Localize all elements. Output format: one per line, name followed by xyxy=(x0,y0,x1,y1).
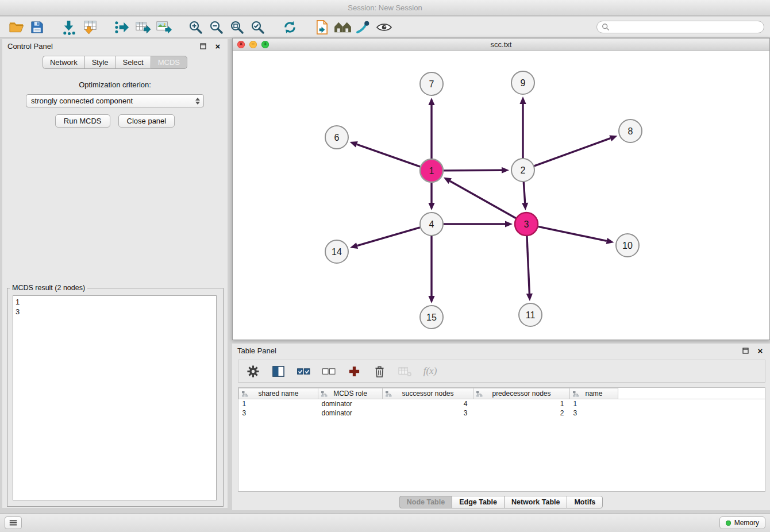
network-node-3[interactable]: 3 xyxy=(515,213,538,236)
show-panels-menu-button[interactable] xyxy=(5,516,22,529)
network-node-10[interactable]: 10 xyxy=(616,234,639,257)
close-table-panel-button[interactable]: × xyxy=(756,346,765,355)
apply-style-button[interactable] xyxy=(353,18,374,36)
window-close-button[interactable]: × xyxy=(237,41,245,48)
select-all-columns-button[interactable] xyxy=(296,363,311,379)
table-tab-motifs[interactable]: Motifs xyxy=(567,496,603,508)
window-minimize-button[interactable]: − xyxy=(249,41,257,48)
network-edge-2-3[interactable] xyxy=(522,182,528,210)
import-table-button[interactable] xyxy=(79,18,100,36)
criterion-dropdown[interactable]: strongly connected component xyxy=(26,94,204,107)
search-box[interactable] xyxy=(596,21,764,33)
delete-column-button[interactable] xyxy=(372,363,387,379)
table-tab-network-table[interactable]: Network Table xyxy=(504,496,567,508)
table-cell[interactable]: 2 xyxy=(473,408,570,418)
export-network-button[interactable] xyxy=(111,18,132,36)
float-table-panel-button[interactable] xyxy=(741,346,750,355)
network-node-1[interactable]: 1 xyxy=(420,159,443,182)
zoom-selected-button[interactable] xyxy=(247,18,268,36)
control-tab-select[interactable]: Select xyxy=(116,56,151,69)
window-zoom-button[interactable]: + xyxy=(261,41,269,48)
column-header-shared-name[interactable]: shared name xyxy=(239,388,318,399)
duplicate-network-button[interactable] xyxy=(311,18,332,36)
table-cell[interactable]: dominator xyxy=(318,408,383,418)
table-cell[interactable]: 1 xyxy=(473,399,570,408)
houses-icon xyxy=(333,20,352,34)
network-node-7[interactable]: 7 xyxy=(420,72,443,95)
control-tab-mcds[interactable]: MCDS xyxy=(151,56,187,69)
attribute-tree-icon xyxy=(241,391,249,398)
show-hide-button[interactable] xyxy=(374,18,394,36)
svg-text:6: 6 xyxy=(334,133,340,142)
close-panel-button[interactable]: × xyxy=(213,41,222,51)
network-edge-1-7[interactable] xyxy=(428,98,434,159)
control-tab-style[interactable]: Style xyxy=(84,56,116,69)
network-node-8[interactable]: 8 xyxy=(619,119,642,142)
network-node-14[interactable]: 14 xyxy=(325,240,348,263)
table-cell[interactable]: 3 xyxy=(570,408,618,418)
show-column-panel-button[interactable] xyxy=(271,363,286,379)
network-node-9[interactable]: 9 xyxy=(511,71,534,94)
network-edge-3-1[interactable] xyxy=(444,178,516,218)
network-node-15[interactable]: 15 xyxy=(420,306,443,329)
open-file-button[interactable] xyxy=(6,18,26,36)
save-button[interactable] xyxy=(26,18,47,36)
network-edge-4-15[interactable] xyxy=(428,236,434,303)
zoom-in-button[interactable] xyxy=(185,18,206,36)
network-node-11[interactable]: 11 xyxy=(519,303,542,326)
eye-icon xyxy=(376,21,392,33)
network-edge-1-6[interactable] xyxy=(350,141,421,167)
network-edge-1-4[interactable] xyxy=(428,183,434,210)
network-edge-1-2[interactable] xyxy=(444,167,509,174)
network-window-titlebar[interactable]: × − + scc.txt xyxy=(233,38,769,51)
table-row[interactable]: 1dominator411 xyxy=(239,399,765,408)
network-edge-3-11[interactable] xyxy=(526,236,533,301)
table-cell[interactable]: 1 xyxy=(570,399,618,408)
column-header-mcds-role[interactable]: MCDS role xyxy=(318,388,383,399)
control-tab-network[interactable]: Network xyxy=(43,56,84,69)
network-node-6[interactable]: 6 xyxy=(325,126,348,149)
chevron-up-down-icon xyxy=(194,97,201,106)
import-network-button[interactable] xyxy=(59,18,79,36)
network-edge-4-3[interactable] xyxy=(444,221,513,227)
table-cell[interactable]: 4 xyxy=(383,399,473,408)
run-mcds-button[interactable]: Run MCDS xyxy=(55,114,110,128)
network-edge-2-8[interactable] xyxy=(534,135,618,165)
zoom-fit-button[interactable] xyxy=(226,18,247,36)
create-column-button[interactable] xyxy=(346,363,362,379)
network-canvas[interactable]: 7968124314101511 xyxy=(233,51,769,340)
traffic-zoom-icon: + xyxy=(264,41,267,47)
table-cell[interactable]: 3 xyxy=(239,408,318,418)
table-row[interactable]: 3dominator323 xyxy=(239,408,765,418)
network-node-2[interactable]: 2 xyxy=(511,159,534,182)
export-table-button[interactable] xyxy=(132,18,153,36)
export-image-button[interactable] xyxy=(153,18,174,36)
column-header-predecessor-nodes[interactable]: predecessor nodes xyxy=(473,388,570,399)
first-neighbors-button[interactable] xyxy=(332,18,353,36)
network-node-4[interactable]: 4 xyxy=(420,213,443,236)
zoom-out-button[interactable] xyxy=(206,18,226,36)
network-edge-2-9[interactable] xyxy=(519,97,526,158)
table-tab-node-table[interactable]: Node Table xyxy=(399,496,452,508)
mcds-result-textarea[interactable]: 13 xyxy=(13,295,217,500)
save-icon xyxy=(30,20,44,34)
search-input[interactable] xyxy=(613,23,759,31)
table-settings-button[interactable] xyxy=(245,363,261,379)
memory-button[interactable]: Memory xyxy=(719,516,765,529)
column-header-name[interactable]: name xyxy=(570,388,618,399)
close-mcds-panel-button[interactable]: Close panel xyxy=(118,114,175,128)
unselect-all-columns-button[interactable] xyxy=(321,363,337,379)
table-cell[interactable]: dominator xyxy=(318,399,383,408)
main-toolbar xyxy=(0,17,770,38)
table-cell[interactable]: 3 xyxy=(383,408,473,418)
table-tab-edge-table[interactable]: Edge Table xyxy=(452,496,504,508)
column-header-successor-nodes[interactable]: successor nodes xyxy=(383,388,473,399)
float-panel-button[interactable] xyxy=(198,41,207,51)
attribute-tree-icon xyxy=(321,391,328,398)
table-cell[interactable]: 1 xyxy=(239,399,318,408)
network-edge-4-14[interactable] xyxy=(350,228,420,249)
refresh-button[interactable] xyxy=(279,18,300,36)
checked-boxes-icon xyxy=(297,366,311,377)
window-titlebar[interactable]: Session: New Session xyxy=(0,0,770,16)
network-edge-3-10[interactable] xyxy=(538,226,614,244)
